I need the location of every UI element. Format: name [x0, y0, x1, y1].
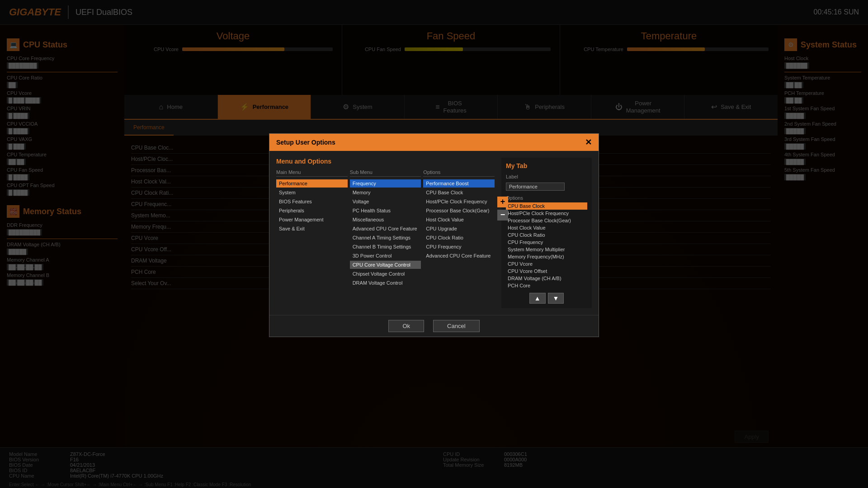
menu-options-title: Menu and Options — [276, 158, 495, 165]
mytab-arrows: ▲ ▼ — [506, 293, 587, 304]
opt-cpu-upgrade[interactable]: CPU Upgrade — [423, 225, 495, 233]
mytab-opt-cpu-vcore-off[interactable]: CPU Vcore Offset — [506, 267, 587, 275]
mytab-opt-dram-volt[interactable]: DRAM Voltage (CH A/B) — [506, 275, 587, 282]
mytab-options-title: Options — [506, 195, 587, 201]
modal-body: Menu and Options Main Menu Performance S… — [269, 151, 599, 315]
mytab-label-row: Label — [506, 174, 587, 179]
main-menu-col: Main Menu Performance System BIOS Featur… — [276, 169, 348, 287]
mytab-opt-cpu-vcore[interactable]: CPU Vcore — [506, 260, 587, 267]
opt-cpu-frequency[interactable]: CPU Frequency — [423, 243, 495, 251]
mytab-opt-cpu-base-clock[interactable]: CPU Base Clock — [506, 202, 587, 210]
my-tab-title: My Tab — [506, 162, 587, 169]
sub-menu-col: Sub Menu Frequency Memory Voltage PC Hea… — [350, 169, 421, 287]
add-to-mytab-button[interactable]: + — [497, 197, 508, 207]
remove-from-mytab-button[interactable]: − — [497, 210, 508, 221]
mytab-label-input[interactable] — [506, 183, 565, 191]
sub-menu-ch-b-timing[interactable]: Channel B Timing Settings — [350, 243, 421, 251]
sub-menu-pc-health[interactable]: PC Health Status — [350, 206, 421, 215]
main-menu-bios[interactable]: BIOS Features — [276, 197, 348, 206]
modal-overlay: Setup User Options ✕ Menu and Options Ma… — [0, 0, 868, 488]
menu-columns: Main Menu Performance System BIOS Featur… — [276, 169, 495, 287]
sub-menu-memory[interactable]: Memory — [350, 188, 421, 197]
mytab-opt-mem-freq[interactable]: Memory Frequency(MHz) — [506, 253, 587, 260]
mytab-opt-sys-mem[interactable]: System Memory Multiplier — [506, 246, 587, 253]
main-menu-system[interactable]: System — [276, 188, 348, 197]
cancel-button[interactable]: Cancel — [433, 320, 479, 332]
sub-menu-frequency[interactable]: Frequency — [350, 179, 421, 188]
mytab-down-button[interactable]: ▼ — [548, 293, 564, 304]
options-header: Options — [423, 169, 495, 177]
sub-menu-dram-volt[interactable]: DRAM Voltage Control — [350, 279, 421, 287]
modal-title: Setup User Options — [276, 139, 335, 146]
sub-menu-adv-cpu[interactable]: Advanced CPU Core Feature — [350, 225, 421, 233]
opt-perf-boost[interactable]: Performance Boost — [423, 179, 495, 188]
modal-dialog: Setup User Options ✕ Menu and Options Ma… — [269, 133, 599, 337]
mytab-opt-cpu-freq[interactable]: CPU Frequency — [506, 239, 587, 246]
modal-footer: Ok Cancel — [269, 315, 599, 337]
my-tab-panel: My Tab Label Options CPU Base Clock Host… — [501, 158, 592, 308]
opt-host-pcie[interactable]: Host/PCle Clock Frequency — [423, 197, 495, 206]
opt-cpu-base-clock[interactable]: CPU Base Clock — [423, 188, 495, 197]
mytab-label-text: Label — [506, 174, 518, 179]
mytab-up-button[interactable]: ▲ — [529, 293, 546, 304]
mytab-opt-host-pcie[interactable]: Host/PCle Clock Frequency — [506, 210, 587, 217]
sub-menu-header: Sub Menu — [350, 169, 421, 177]
opt-adv-cpu[interactable]: Advanced CPU Core Feature — [423, 252, 495, 260]
mytab-opt-proc-base[interactable]: Processor Base Clock(Gear) — [506, 217, 587, 224]
add-remove-buttons: + − — [497, 197, 508, 221]
main-menu-peripherals[interactable]: Peripherals — [276, 206, 348, 215]
opt-host-clock-val[interactable]: Host Clock Value — [423, 216, 495, 224]
mytab-opt-host-clock-val[interactable]: Host Clock Value — [506, 224, 587, 231]
sub-menu-misc[interactable]: Miscellaneous — [350, 216, 421, 224]
sub-menu-ch-a-timing[interactable]: Channel A Timing Settings — [350, 234, 421, 242]
modal-close-button[interactable]: ✕ — [585, 137, 592, 147]
sub-menu-chipset-volt[interactable]: Chipset Voltage Control — [350, 270, 421, 278]
opt-proc-base[interactable]: Processor Base Clock(Gear) — [423, 206, 495, 215]
options-col: Options Performance Boost CPU Base Clock… — [423, 169, 495, 287]
menu-and-options: Menu and Options Main Menu Performance S… — [276, 158, 495, 308]
mytab-opt-pch-core[interactable]: PCH Core — [506, 282, 587, 289]
modal-header: Setup User Options ✕ — [269, 134, 599, 151]
main-menu-performance[interactable]: Performance — [276, 179, 348, 188]
sub-menu-3d-power[interactable]: 3D Power Control — [350, 252, 421, 260]
sub-menu-voltage[interactable]: Voltage — [350, 197, 421, 206]
opt-cpu-clock-ratio[interactable]: CPU Clock Ratio — [423, 234, 495, 242]
mytab-opt-cpu-clock-ratio[interactable]: CPU Clock Ratio — [506, 231, 587, 239]
sub-menu-cpu-core-volt[interactable]: CPU Core Voltage Control — [350, 261, 421, 269]
main-menu-save[interactable]: Save & Exit — [276, 225, 348, 233]
main-menu-header: Main Menu — [276, 169, 348, 177]
main-menu-power[interactable]: Power Management — [276, 216, 348, 224]
ok-button[interactable]: Ok — [388, 320, 424, 332]
